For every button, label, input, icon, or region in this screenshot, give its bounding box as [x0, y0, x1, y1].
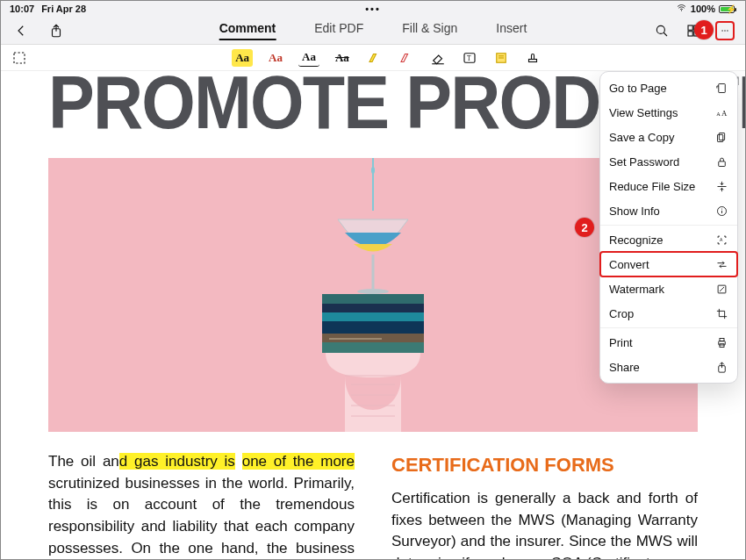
highlighter-red-icon[interactable]	[397, 48, 416, 68]
tab-edit-pdf[interactable]: Edit PDF	[314, 21, 363, 40]
svg-point-0	[681, 10, 682, 11]
tab-insert[interactable]: Insert	[496, 21, 527, 40]
svg-text:A: A	[720, 237, 723, 242]
highlighted-span-1: d gas industry is	[119, 453, 235, 470]
text-size-icon: AA	[714, 105, 728, 119]
svg-rect-26	[322, 321, 424, 334]
svg-rect-28	[322, 342, 424, 353]
share-sheet-icon[interactable]	[47, 21, 66, 40]
compress-icon	[714, 179, 728, 193]
charging-icon: ⚡	[726, 4, 736, 14]
svg-point-45	[721, 208, 722, 209]
menu-view-settings[interactable]: View Settings AA	[600, 100, 737, 125]
menu-crop[interactable]: Crop	[600, 301, 737, 326]
svg-rect-37	[719, 133, 724, 140]
menu-recognize[interactable]: Recognize A	[600, 227, 737, 252]
hero-illustration	[241, 158, 505, 432]
svg-line-48	[720, 287, 724, 291]
svg-rect-51	[720, 343, 724, 347]
eraser-icon[interactable]	[428, 48, 448, 68]
crop-icon	[714, 306, 728, 320]
menu-share[interactable]: Share	[600, 355, 737, 379]
watermark-icon	[714, 282, 728, 296]
statusbar: 10:07 Fri Apr 28 ••• 100% ⚡	[1, 1, 745, 17]
svg-rect-39	[718, 161, 725, 166]
svg-rect-6	[688, 31, 692, 35]
svg-rect-23	[322, 294, 424, 304]
svg-rect-25	[322, 312, 424, 321]
more-menu: Go to Page View Settings AA Save a Copy …	[599, 71, 738, 384]
body-right-column: CERTIFICATION FORMS Certification is gen…	[391, 451, 698, 560]
callout-2: 2	[575, 218, 594, 237]
document-viewport[interactable]: PROMOTE PRODUCTIV	[1, 71, 745, 560]
svg-rect-38	[717, 134, 722, 141]
underline-tool[interactable]: Aa	[298, 48, 319, 67]
svg-rect-27	[322, 334, 424, 342]
svg-text:T: T	[467, 54, 471, 62]
section-heading: CERTIFICATION FORMS	[391, 451, 698, 479]
menu-save-a-copy[interactable]: Save a Copy	[600, 125, 737, 149]
menu-convert[interactable]: Convert	[600, 252, 737, 276]
highlighter-yellow-icon[interactable]	[365, 48, 384, 68]
copy-icon	[714, 130, 728, 144]
svg-text:A: A	[721, 108, 727, 117]
menu-go-to-page[interactable]: Go to Page	[600, 75, 737, 100]
menu-show-info[interactable]: Show Info	[600, 198, 737, 223]
topbar: Comment Edit PDF Fill & Sign Insert	[1, 17, 745, 45]
svg-rect-4	[688, 25, 692, 30]
callout-1: 1	[694, 20, 714, 39]
sticky-note-icon[interactable]	[491, 48, 511, 68]
body-left-paragraph: The oil and gas industry is one of the m…	[48, 451, 355, 560]
svg-rect-50	[720, 338, 724, 341]
highlight-yellow-tool[interactable]: Aa	[232, 49, 253, 67]
svg-rect-18	[528, 59, 536, 61]
status-date: Fri Apr 28	[41, 4, 86, 14]
svg-point-22	[357, 289, 389, 294]
menu-print[interactable]: Print	[600, 330, 737, 355]
wifi-icon	[676, 4, 687, 14]
mode-tabs: Comment Edit PDF Fill & Sign Insert	[219, 21, 527, 40]
tab-comment[interactable]: Comment	[219, 21, 276, 40]
svg-point-10	[727, 30, 728, 31]
text-red-tool[interactable]: Aa	[265, 49, 286, 67]
share-icon	[714, 360, 728, 374]
lock-icon	[714, 154, 728, 169]
search-icon[interactable]	[652, 21, 671, 40]
svg-point-20	[371, 167, 375, 174]
back-icon[interactable]	[11, 21, 31, 40]
highlighted-span-2: one of the more	[242, 453, 355, 470]
info-icon	[714, 204, 728, 218]
stamp-icon[interactable]	[523, 48, 542, 68]
svg-rect-34	[718, 83, 725, 92]
svg-rect-11	[14, 53, 25, 63]
menu-set-password[interactable]: Set Password	[600, 149, 737, 174]
svg-rect-24	[322, 304, 424, 312]
menu-watermark[interactable]: Watermark	[600, 276, 737, 301]
selection-tool-icon[interactable]	[10, 48, 29, 68]
status-time: 10:07	[10, 4, 34, 14]
svg-point-9	[724, 30, 725, 31]
convert-icon	[714, 257, 728, 271]
tab-fill-sign[interactable]: Fill & Sign	[402, 21, 457, 40]
print-icon	[714, 335, 728, 349]
body-columns: The oil and gas industry is one of the m…	[48, 451, 698, 560]
battery-percent: 100%	[691, 4, 715, 14]
body-right-paragraph: Certification is generally a back and fo…	[391, 488, 698, 560]
page-title: PROMOTE PRODUCTIV	[48, 71, 689, 146]
svg-line-3	[664, 32, 667, 36]
textbox-icon[interactable]: T	[460, 48, 479, 68]
more-icon[interactable]	[715, 21, 735, 40]
svg-point-8	[721, 30, 722, 31]
ocr-icon: A	[714, 233, 728, 247]
svg-point-2	[656, 25, 664, 33]
page-icon	[714, 81, 728, 95]
annotation-toolbar: Aa Aa Aa Aa T	[1, 45, 745, 71]
multitask-dots[interactable]: •••	[365, 4, 381, 14]
svg-text:A: A	[716, 110, 721, 116]
strikethrough-tool[interactable]: Aa	[332, 49, 353, 67]
menu-reduce-file-size[interactable]: Reduce File Size	[600, 174, 737, 198]
